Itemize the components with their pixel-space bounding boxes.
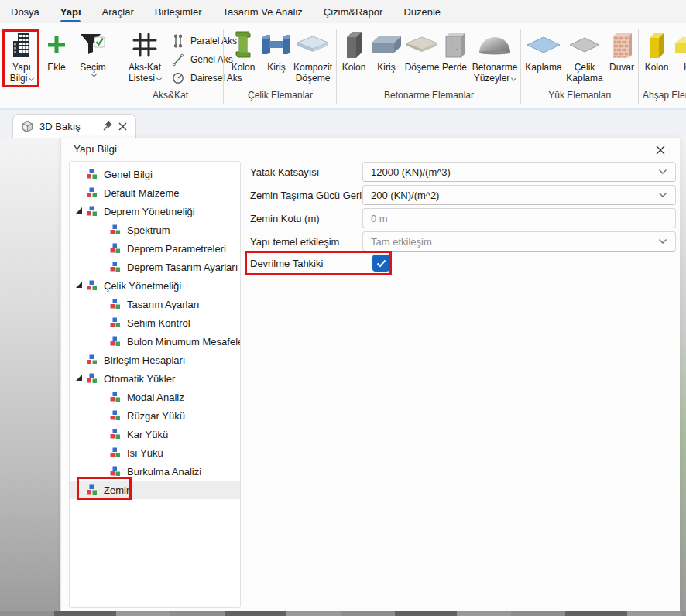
brick-wall-icon <box>610 30 633 60</box>
composite-slab-icon <box>296 35 330 55</box>
tree-item-burkulma-analizi[interactable]: Burkulma Analizi <box>70 462 240 481</box>
viewport-background-right <box>680 138 686 613</box>
steel-beam-icon <box>261 33 292 57</box>
dialog-close-button[interactable] <box>653 143 667 157</box>
menu-araclar[interactable]: Araçlar <box>102 6 134 18</box>
yapi-temel-value: Tam etkileşim <box>371 236 658 248</box>
check-icon <box>376 259 386 268</box>
modules-icon <box>110 410 121 421</box>
zemin-kotu-input[interactable]: 0 m <box>362 208 676 228</box>
cladding-icon <box>526 36 561 54</box>
menu-dosya[interactable]: Dosya <box>11 6 39 18</box>
tree-item-deprem-tasarim-ayarlari[interactable]: Deprem Tasarım Ayarları <box>70 258 240 276</box>
close-icon <box>655 145 666 156</box>
group-label-ahsap-elemanlar: Ahşap Elem <box>643 90 686 101</box>
tab-3d-bakis[interactable]: 3D Bakış <box>12 114 136 138</box>
menu-duzenle[interactable]: Düzenle <box>403 6 441 18</box>
shear-wall-icon <box>442 30 467 60</box>
steel-column-icon <box>233 30 253 60</box>
slab-icon <box>405 36 439 54</box>
document-tab-bar: 3D Bakış <box>0 110 686 138</box>
yatak-katsayisi-combo[interactable]: 12000 (KN)/(m^3) <box>362 162 676 182</box>
dialog-title: Yapı Bilgi <box>74 143 117 155</box>
chevron-down-icon <box>511 76 516 81</box>
tree-item-zemin[interactable]: Zemin <box>70 481 240 499</box>
yapi-bilgi-label: Yapı Bilgi <box>10 62 31 84</box>
expanded-triangle-icon[interactable] <box>76 375 82 381</box>
parallel-axes-icon <box>172 34 184 48</box>
modules-icon <box>110 336 121 347</box>
modules-icon <box>110 224 121 235</box>
tree-item-ruzgar-yuku[interactable]: Rüzgar Yükü <box>70 406 240 425</box>
beton-kiris-label: Kiriş <box>377 62 395 73</box>
expanded-triangle-icon[interactable] <box>76 207 82 214</box>
chevron-down-icon <box>658 169 667 175</box>
beton-kolon-label: Kolon <box>342 62 366 73</box>
kaplama-label: Kaplama <box>525 62 561 73</box>
cube-3d-icon <box>21 120 34 133</box>
group-label-yuk-elemanlari: Yük Elemanları <box>523 90 636 101</box>
ekle-button[interactable]: Ekle <box>43 28 70 105</box>
duvar-label: Duvar <box>609 62 634 73</box>
kompozit-doseme-label: Kompozit Döşeme <box>291 62 334 84</box>
tree-item-kar-yuku[interactable]: Kar Yükü <box>70 425 240 443</box>
tree-item-deprem-parametreleri[interactable]: Deprem Parametreleri <box>70 239 240 258</box>
menu-cizim-rapor[interactable]: Çizim&Rapor <box>324 6 383 18</box>
steel-cladding-icon <box>568 36 601 53</box>
plus-icon <box>46 34 67 56</box>
group-separator <box>223 29 224 104</box>
modules-icon <box>87 187 98 198</box>
tree-item-modal-analiz[interactable]: Modal Analiz <box>70 388 240 406</box>
celik-kolon-label: Kolon <box>232 62 256 73</box>
tree-item-isi-yuku[interactable]: Isı Yükü <box>70 443 240 462</box>
tree-item-otomatik-yukler[interactable]: Otomatik Yükler <box>70 369 240 388</box>
secim-button[interactable]: Seçim <box>73 28 113 105</box>
group-separator <box>520 29 521 104</box>
close-tab-icon[interactable] <box>118 121 128 132</box>
tree-item-deprem-yonetmeligi[interactable]: Deprem Yönetmeliği <box>70 202 240 221</box>
yatak-katsayisi-label: Yatak Katsayısı <box>250 166 319 178</box>
modules-icon <box>110 317 121 328</box>
modules-icon <box>87 280 98 291</box>
zemin-tasima-value: 200 (KN)/(m^2) <box>371 190 658 201</box>
tab-label: 3D Bakış <box>39 121 81 132</box>
zemin-tasima-combo[interactable]: 200 (KN)/(m^2) <box>362 185 676 205</box>
group-separator <box>638 29 639 104</box>
menu-yapi[interactable]: Yapı <box>60 6 81 18</box>
pin-icon[interactable] <box>102 121 112 132</box>
celik-kaplama-label: Çelik Kaplama <box>564 62 605 84</box>
devrilme-tahkiki-label: Devrilme Tahkiki <box>250 258 323 269</box>
concrete-column-icon <box>344 29 364 60</box>
group-label-celik-elemanlar: Çelik Elemanlar <box>225 90 336 101</box>
yapi-temel-combo[interactable]: Tam etkileşim <box>362 231 676 252</box>
viewport-bottom-edge <box>0 611 686 616</box>
tree-item-default-malzeme[interactable]: Default Malzeme <box>70 183 240 202</box>
modules-icon <box>87 484 98 495</box>
menu-tasarim-ve-analiz[interactable]: Tasarım Ve Analiz <box>222 6 302 18</box>
tree-item-birlesim-hesaplari[interactable]: Birleşim Hesapları <box>70 351 240 369</box>
chevron-down-icon <box>156 76 162 81</box>
group-separator <box>336 29 337 104</box>
tree-item-sehim-kontrol[interactable]: Sehim Kontrol <box>70 313 240 332</box>
yapi-temel-label: Yapı temel etkileşim <box>250 236 339 248</box>
circular-axis-icon <box>172 71 184 85</box>
devrilme-tahkiki-checkbox[interactable] <box>372 255 389 272</box>
tree-item-spektrum[interactable]: Spektrum <box>70 221 240 239</box>
tree-item-tasarim-ayarlari[interactable]: Tasarım Ayarları <box>70 295 240 313</box>
zemin-kotu-label: Zemin Kotu (m) <box>250 213 320 224</box>
modules-icon <box>110 466 121 477</box>
modules-icon <box>110 429 121 440</box>
expanded-triangle-icon[interactable] <box>76 282 82 288</box>
yapi-bilgi-button[interactable]: Yapı Bilgi <box>3 28 40 105</box>
diagonal-line-icon <box>172 53 184 67</box>
building-icon <box>11 32 33 58</box>
tree-item-celik-yonetmeligi[interactable]: Çelik Yönetmeliği <box>70 276 240 295</box>
dome-icon <box>477 34 513 56</box>
menu-birlesimler[interactable]: Birleşimler <box>155 6 202 18</box>
chevron-down-icon <box>658 238 667 245</box>
timber-beam-icon <box>675 33 686 57</box>
tree-item-genel-bilgi[interactable]: Genel Bilgi <box>70 165 240 183</box>
ekle-label: Ekle <box>47 62 65 73</box>
zemin-kotu-value: 0 m <box>371 213 667 224</box>
tree-item-bulon-minumum-mesafeler[interactable]: Bulon Minumum Mesafeler <box>70 332 240 351</box>
